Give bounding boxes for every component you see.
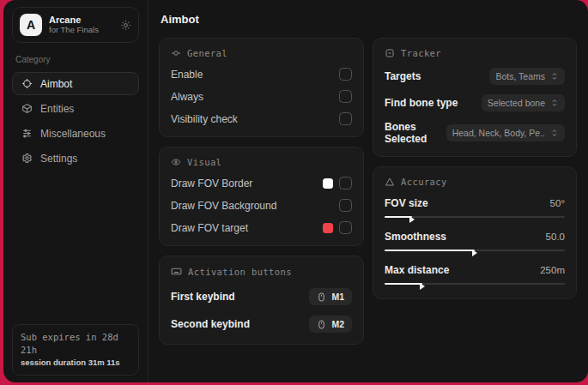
page-title: Aimbot [161,13,577,26]
panel-title: Accuracy [401,177,447,187]
app-window: A Arcane for The Finals Category Aimbot [3,0,588,382]
draw-fov-background-checkbox[interactable] [339,199,352,212]
setting-label: Visibility check [171,113,238,125]
second-keybind-button[interactable]: M2 [309,316,352,333]
sidebar: A Arcane for The Finals Category Aimbot [3,0,149,382]
bones-selected-dropdown[interactable]: Head, Neck, Body, Pe.. [446,124,565,141]
max-distance-value: 250m [540,265,565,275]
sidebar-item-label: Entities [40,103,74,115]
chevrons-up-down-icon [550,129,559,137]
slider-thumb[interactable] [409,216,415,223]
setting-label: Enable [171,69,203,81]
mouse-icon [317,292,326,302]
find-bone-type-dropdown[interactable]: Selected bone [482,94,565,111]
sidebar-item-label: Miscellaneous [40,128,106,140]
panel-title: Visual [187,157,221,167]
setting-label: Draw FOV target [171,222,248,234]
gear-icon [21,153,33,164]
panel-title: Tracker [401,48,441,58]
slider-thumb[interactable] [472,250,477,256]
category-label: Category [15,55,136,64]
mouse-icon [317,320,326,329]
sidebar-nav: Aimbot Entities Miscellaneous Settings [12,72,139,170]
panel-title: General [187,48,227,58]
draw-fov-target-checkbox[interactable] [339,221,352,234]
panel-visual: Visual Draw FOV Border Draw FOV Backgrou… [159,147,364,246]
crosshair-icon [21,78,33,89]
sidebar-item-label: Aimbot [40,78,72,90]
setting-label: Bones Selected [385,121,446,145]
setting-label: Smoothness [385,231,446,243]
main-content: Aimbot General Enable Always [149,0,588,382]
fov-size-slider[interactable] [385,214,565,220]
visibility-check-checkbox[interactable] [339,112,352,125]
sub-expiry-text: Sub expires in 28d 21h [21,331,130,357]
panel-activation-buttons: Activation buttons First keybind M1 Seco… [159,256,364,345]
brand-card: A Arcane for The Finals [12,7,139,43]
sidebar-item-label: Settings [40,153,77,165]
panel-title: Activation buttons [188,267,292,277]
first-keybind-button[interactable]: M1 [309,288,352,305]
eye-icon [171,157,181,167]
gear-icon[interactable] [120,20,131,31]
draw-fov-border-checkbox[interactable] [339,177,352,189]
sidebar-spacer [12,170,139,324]
setting-label: Draw FOV Background [171,200,276,212]
sidebar-item-settings[interactable]: Settings [12,147,139,170]
sidebar-item-entities[interactable]: Entities [12,97,139,120]
setting-label: Draw FOV Border [171,177,252,189]
session-duration-text: session duration 31m 11s [21,357,130,369]
brand-text: Arcane for The Finals [49,15,113,35]
scan-icon [385,48,395,58]
keyboard-icon [171,266,182,277]
color-swatch[interactable] [323,178,333,189]
app-logo: A [20,14,42,36]
max-distance-slider[interactable] [385,280,565,287]
sidebar-item-aimbot[interactable]: Aimbot [12,72,139,95]
subscription-card: Sub expires in 28d 21h session duration … [12,324,139,376]
setting-label: First keybind [171,291,235,303]
panel-general: General Enable Always Visibility check [159,38,364,137]
sliders-icon [21,128,33,139]
color-swatch[interactable] [323,223,333,233]
enable-checkbox[interactable] [339,68,352,81]
setting-label: Second keybind [171,318,250,330]
sidebar-item-miscellaneous[interactable]: Miscellaneous [12,122,139,145]
fov-size-value: 50° [550,198,565,208]
setting-label: FOV size [385,197,428,209]
adjust-icon [171,48,181,58]
always-checkbox[interactable] [339,90,352,103]
setting-label: Always [171,91,203,103]
triangle-icon [385,177,395,187]
setting-label: Max distance [385,264,449,276]
slider-thumb[interactable] [420,283,425,290]
panel-tracker: Tracker Targets Bots, Teams Find bone ty… [373,38,577,157]
targets-dropdown[interactable]: Bots, Teams [489,68,565,85]
setting-label: Find bone type [385,97,458,109]
smoothness-value: 50.0 [546,232,565,242]
smoothness-slider[interactable] [385,247,565,254]
cube-icon [21,103,33,114]
app-name: Arcane [49,15,113,26]
app-subtitle: for The Finals [49,26,113,35]
panel-accuracy: Accuracy FOV size 50° [373,166,577,299]
setting-label: Targets [385,70,421,82]
chevrons-up-down-icon [550,99,559,107]
chevrons-up-down-icon [550,72,559,81]
